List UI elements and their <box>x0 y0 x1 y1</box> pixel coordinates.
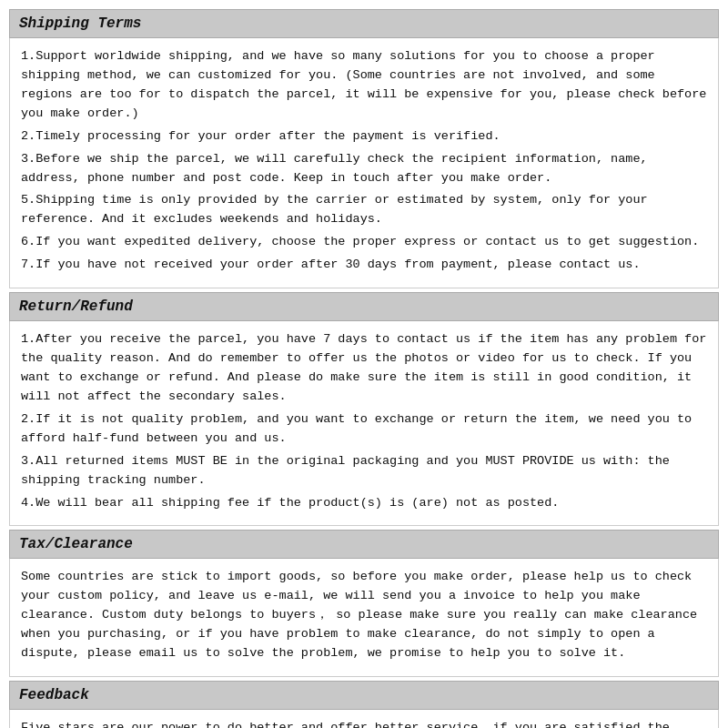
section-paragraph: 4.We will bear all shipping fee if the p… <box>21 494 707 513</box>
section-paragraph: 3.All returned items MUST BE in the orig… <box>21 452 707 490</box>
section-paragraph: 5.Shipping time is only provided by the … <box>21 191 707 229</box>
section-body-feedback: Five stars are our power to do better an… <box>9 710 719 728</box>
section-paragraph: 3.Before we ship the parcel, we will car… <box>21 150 707 188</box>
section-paragraph: 2.Timely processing for your order after… <box>21 127 707 147</box>
section-shipping: Shipping Terms1.Support worldwide shippi… <box>9 9 719 288</box>
section-header-return: Return/Refund <box>9 292 719 321</box>
section-paragraph: 2.If it is not quality problem, and you … <box>21 410 707 449</box>
section-feedback: FeedbackFive stars are our power to do b… <box>9 681 719 728</box>
section-body-return: 1.After you receive the parcel, you have… <box>9 321 719 526</box>
section-return: Return/Refund1.After you receive the par… <box>9 292 719 526</box>
section-paragraph: 7.If you have not received your order af… <box>21 256 707 275</box>
section-header-feedback: Feedback <box>9 681 719 710</box>
section-header-shipping: Shipping Terms <box>9 9 719 38</box>
section-paragraph: 1.After you receive the parcel, you have… <box>21 330 707 407</box>
section-paragraph: Five stars are our power to do better an… <box>21 719 707 728</box>
section-body-shipping: 1.Support worldwide shipping, and we hav… <box>9 38 719 288</box>
section-tax: Tax/ClearanceSome countries are stick to… <box>9 530 719 677</box>
section-paragraph: 6.If you want expedited delivery, choose… <box>21 233 707 252</box>
section-body-tax: Some countries are stick to import goods… <box>9 559 719 677</box>
section-paragraph: 1.Support worldwide shipping, and we hav… <box>21 47 707 124</box>
section-header-tax: Tax/Clearance <box>9 530 719 559</box>
page-wrapper: Shipping Terms1.Support worldwide shippi… <box>0 0 728 728</box>
section-paragraph: Some countries are stick to import goods… <box>21 568 707 663</box>
